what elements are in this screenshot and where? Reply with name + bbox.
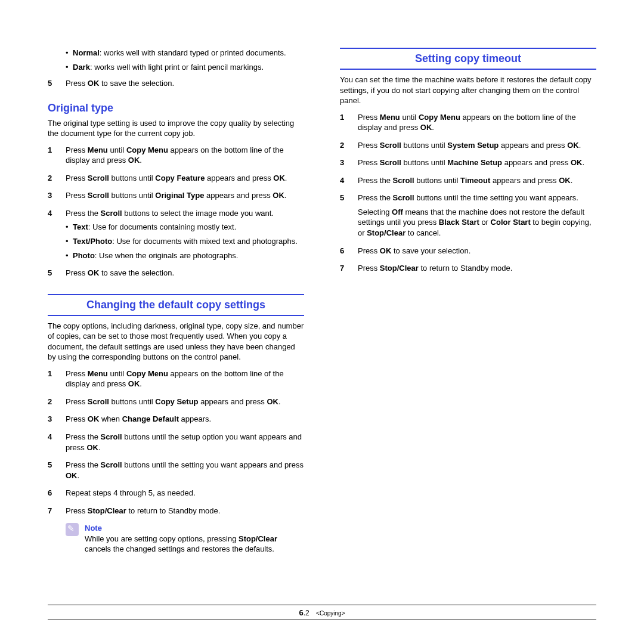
step-item: Press Stop/Clear to return to Standby mo… xyxy=(48,506,304,516)
page-footer: 6.2 <Copying> xyxy=(48,605,596,620)
manual-page: Normal: works well with standard typed o… xyxy=(0,0,644,644)
list-item: Normal: works well with standard typed o… xyxy=(66,48,304,58)
step-item: Press OK when Change Default appears. xyxy=(48,414,304,425)
image-mode-list: Text: Use for documents containing mostl… xyxy=(66,222,304,261)
step-item: Press the Scroll buttons until the time … xyxy=(340,193,596,238)
chapter-label: <Copying> xyxy=(316,610,345,617)
step-item: Press Scroll buttons until Machine Setup… xyxy=(340,157,596,168)
step-item: Press Menu until Copy Menu appears on th… xyxy=(48,145,304,166)
section-heading-changing-defaults: Changing the default copy settings xyxy=(48,294,304,316)
step-item: Press Scroll buttons until Copy Setup ap… xyxy=(48,397,304,407)
major-section: Setting copy timeout xyxy=(340,48,596,70)
darkness-save-step: Press OK to save the selection. xyxy=(48,78,304,89)
original-type-intro: The original type setting is used to imp… xyxy=(48,118,304,139)
left-column: Normal: works well with standard typed o… xyxy=(48,48,304,555)
section-heading-copy-timeout: Setting copy timeout xyxy=(340,48,596,70)
step-item: Press the Scroll buttons until the setti… xyxy=(48,460,304,481)
page-number-major: 6 xyxy=(299,608,304,617)
page-number-minor: .2 xyxy=(304,609,309,617)
note-block: Note While you are setting copy options,… xyxy=(48,523,304,555)
step-item: Press Menu until Copy Menu appears on th… xyxy=(48,369,304,389)
step-item: Press OK to save your selection. xyxy=(340,246,596,256)
step-item: Press Scroll buttons until Copy Feature … xyxy=(48,173,304,184)
major-section: Changing the default copy settings xyxy=(48,294,304,316)
right-column: Setting copy timeout You can set the tim… xyxy=(340,48,596,555)
step-item: Press the Scroll buttons until the setup… xyxy=(48,432,304,453)
step-item: Repeat steps 4 through 5, as needed. xyxy=(48,488,304,499)
timeout-steps: Press Menu until Copy Menu appears on th… xyxy=(340,112,596,274)
step-item: Press the Scroll buttons until Timeout a… xyxy=(340,175,596,186)
list-item: Text/Photo: Use for documents with mixed… xyxy=(66,236,304,247)
list-item: Photo: Use when the originals are photog… xyxy=(66,250,304,261)
step-sub-note: Selecting Off means that the machine doe… xyxy=(358,207,596,239)
note-title: Note xyxy=(85,523,304,534)
timeout-intro: You can set the time the machine waits b… xyxy=(340,75,596,106)
step-item: Press Scroll buttons until System Setup … xyxy=(340,140,596,151)
step-item: Press OK to save the selection. xyxy=(48,268,304,278)
note-text: While you are setting copy options, pres… xyxy=(85,534,304,555)
section-heading-original-type: Original type xyxy=(48,102,304,114)
two-column-layout: Normal: works well with standard typed o… xyxy=(48,48,596,555)
step-item: Press Stop/Clear to return to Standby mo… xyxy=(340,263,596,274)
step-item: Press Scroll buttons until Original Type… xyxy=(48,190,304,201)
note-icon xyxy=(66,523,79,536)
list-item: Text: Use for documents containing mostl… xyxy=(66,222,304,233)
changing-defaults-intro: The copy options, including darkness, or… xyxy=(48,321,304,363)
step-item: Press the Scroll buttons to select the i… xyxy=(48,208,304,261)
changing-defaults-steps: Press Menu until Copy Menu appears on th… xyxy=(48,369,304,516)
step-item: Press Menu until Copy Menu appears on th… xyxy=(340,112,596,133)
step-item: Press OK to save the selection. xyxy=(48,78,304,89)
original-type-steps: Press Menu until Copy Menu appears on th… xyxy=(48,145,304,278)
darkness-options-list: Normal: works well with standard typed o… xyxy=(48,48,304,72)
list-item: Dark: works well with light print or fai… xyxy=(66,62,304,73)
note-body: Note While you are setting copy options,… xyxy=(85,523,304,555)
